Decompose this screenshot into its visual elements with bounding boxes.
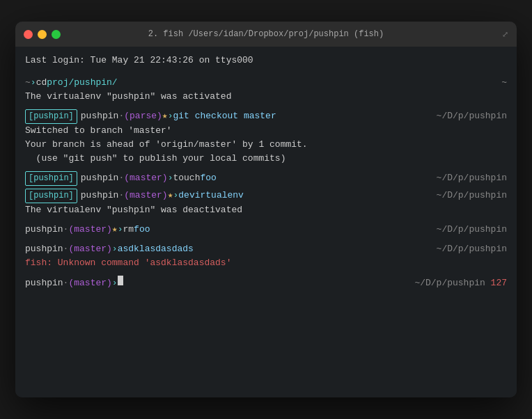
arrow-asd: › <box>112 242 118 256</box>
host-dev: pushpin <box>81 189 119 203</box>
host-git: pushpin <box>81 109 119 123</box>
right-rm: ~/D/p/pushpin <box>437 223 507 237</box>
line-current-prompt: pushpin · (master) › ~/D/p/pushpin 127 <box>25 276 507 290</box>
error-text: fish: Unknown command 'asdklasdasdads' <box>25 256 231 270</box>
tilde-prompt: ~ <box>25 76 31 90</box>
expand-icon[interactable]: ⤢ <box>502 30 508 39</box>
minimize-button[interactable] <box>38 30 47 39</box>
ahead-text: Your branch is ahead of 'origin/master' … <box>25 138 308 152</box>
arrow-prompt: › <box>31 76 36 90</box>
switched-text: Switched to branch 'master' <box>25 124 172 138</box>
host-touch: pushpin <box>81 171 119 185</box>
line-git-checkout: [pushpin] pushpin · (parse) ★ › git chec… <box>25 109 507 124</box>
right-path-current: ~/D/p/pushpin <box>414 278 490 288</box>
arrow-rm: › <box>118 223 123 237</box>
branch-touch: (master) <box>124 171 167 185</box>
dot-git: · <box>118 109 124 123</box>
host-asd: pushpin <box>25 242 63 256</box>
line-touch-foo: [pushpin] pushpin · (master) › touch foo… <box>25 171 507 186</box>
pushpin-badge-dev: [pushpin] <box>25 189 77 203</box>
prompt-left-asd: pushpin · (master) › asdklasdasdads <box>25 242 194 256</box>
pushpin-badge: [pushpin] <box>25 109 77 124</box>
dot-dev: · <box>118 189 124 203</box>
prompt-left-current: pushpin · (master) › <box>25 276 123 290</box>
line-asdklas: pushpin · (master) › asdklasdasdads ~/D/… <box>25 242 507 256</box>
login-line: Last login: Tue May 21 22:43:26 on ttys0… <box>25 54 507 68</box>
right-dev: ~/D/p/pushpin <box>437 189 507 203</box>
terminal-window: 2. fish /Users/idan/Dropbox/proj/pushpin… <box>15 22 517 397</box>
titlebar: 2. fish /Users/idan/Dropbox/proj/pushpin… <box>15 22 517 47</box>
cd-path: proj/pushpin/ <box>47 76 117 90</box>
arrow-current: › <box>112 276 118 290</box>
host-current: pushpin <box>25 276 63 290</box>
venv-deact-text: The virtualenv "pushpin" was deactivated <box>25 203 242 217</box>
host-rm: pushpin <box>25 223 63 237</box>
right-touch: ~/D/p/pushpin <box>437 171 507 185</box>
prompt-left-git: [pushpin] pushpin · (parse) ★ › git chec… <box>25 109 276 124</box>
pushpin-badge-touch: [pushpin] <box>25 171 77 186</box>
cmd-asd: asdklasdasdads <box>118 242 194 256</box>
branch-current: (master) <box>68 276 111 290</box>
line-rm-foo: pushpin · (master) ★ › rm foo ~/D/p/push… <box>25 223 507 237</box>
foo-rm: foo <box>134 223 150 237</box>
line-cd-command: ~ › cd proj/pushpin/ ~ <box>25 76 507 90</box>
arrow-dev: › <box>173 189 178 203</box>
star-dev: ★ <box>168 189 173 203</box>
arrow-git: › <box>168 109 173 123</box>
line-venv-activated: The virtualenv "pushpin" was activated <box>25 90 507 104</box>
branch-dev: (master) <box>124 189 167 203</box>
exit-code: 127 <box>491 278 507 288</box>
window-title: 2. fish /Users/idan/Dropbox/proj/pushpin… <box>148 29 384 39</box>
right-current: ~/D/p/pushpin 127 <box>414 276 507 290</box>
dot-current: · <box>63 276 69 290</box>
maximize-button[interactable] <box>52 30 61 39</box>
branch-rm: (master) <box>68 223 111 237</box>
cmd-dev: devirtualenv <box>178 189 244 203</box>
dot-touch: · <box>118 171 124 185</box>
traffic-lights <box>24 30 61 39</box>
cmd-touch: touch <box>173 171 200 185</box>
star-rm: ★ <box>112 223 118 237</box>
line-switched: Switched to branch 'master' <box>25 124 507 138</box>
dot-asd: · <box>63 242 69 256</box>
branch-asd: (master) <box>68 242 111 256</box>
login-text: Last login: Tue May 21 22:43:26 on ttys0… <box>25 54 253 68</box>
line-use-push: (use "git push" to publish your local co… <box>25 152 507 166</box>
prompt-left-dev: [pushpin] pushpin · (master) ★ › devirtu… <box>25 189 244 203</box>
venv-text: The virtualenv "pushpin" was activated <box>25 90 231 104</box>
right-git: ~/D/p/pushpin <box>437 109 507 123</box>
prompt-left: ~ › cd proj/pushpin/ <box>25 76 118 90</box>
line-ahead: Your branch is ahead of 'origin/master' … <box>25 138 507 152</box>
use-push-text: (use "git push" to publish your local co… <box>25 152 285 166</box>
prompt-left-rm: pushpin · (master) ★ › rm foo <box>25 223 150 237</box>
cmd-rm: rm <box>123 223 134 237</box>
right-asd: ~/D/p/pushpin <box>437 242 507 256</box>
line-devirtualenv: [pushpin] pushpin · (master) ★ › devirtu… <box>25 189 507 203</box>
dot-rm: · <box>63 223 69 237</box>
arrow-touch: › <box>168 171 173 185</box>
star-git: ★ <box>162 109 168 123</box>
prompt-left-touch: [pushpin] pushpin · (master) › touch foo <box>25 171 217 186</box>
right-path: ~ <box>501 76 507 90</box>
cd-text: cd <box>36 76 47 90</box>
terminal-content[interactable]: Last login: Tue May 21 22:43:26 on ttys0… <box>15 47 517 397</box>
foo-touch: foo <box>200 171 216 185</box>
branch-git: (parse) <box>124 109 162 123</box>
cmd-git: git checkout master <box>173 109 276 123</box>
close-button[interactable] <box>24 30 33 39</box>
cursor <box>118 276 123 285</box>
line-unknown-cmd: fish: Unknown command 'asdklasdasdads' <box>25 256 507 270</box>
line-venv-deactivated: The virtualenv "pushpin" was deactivated <box>25 203 507 217</box>
